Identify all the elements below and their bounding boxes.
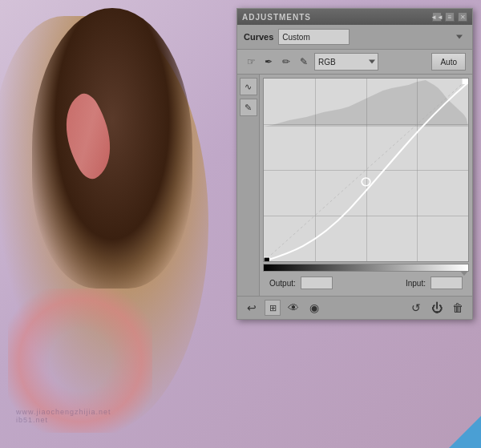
gradient-bar xyxy=(263,264,469,272)
gradient-white-point[interactable] xyxy=(460,271,468,276)
finger-tool[interactable]: ☞ xyxy=(244,54,258,69)
close-button[interactable]: ✕ xyxy=(458,12,467,22)
auto-button[interactable]: Auto xyxy=(431,53,466,71)
collapse-button[interactable]: ◄◄ xyxy=(432,12,442,22)
titlebar-controls: ◄◄ ≡ ✕ xyxy=(432,12,467,22)
output-input-row: Output: Input: xyxy=(263,273,469,293)
channel-select[interactable]: RGB Red Green Blue xyxy=(314,53,378,71)
preset-select[interactable]: Custom Default Strong Contrast Increase … xyxy=(278,29,350,45)
input-label: Input: xyxy=(406,279,426,288)
output-value-field[interactable] xyxy=(301,276,333,289)
eyedropper-black-tool[interactable]: ✒ xyxy=(261,54,276,69)
panel-titlebar: ADJUSTMENTS ◄◄ ≡ ✕ xyxy=(237,9,472,25)
reset-icon[interactable]: ↺ xyxy=(408,300,424,316)
panel-header: Curves Custom Default Strong Contrast In… xyxy=(237,25,472,50)
input-value-field[interactable] xyxy=(430,276,463,289)
channel-wrapper: RGB Red Green Blue xyxy=(314,53,378,71)
svg-rect-3 xyxy=(264,257,269,261)
preset-dropdown-arrow xyxy=(456,35,463,39)
delete-icon[interactable]: 🗑 xyxy=(450,300,466,316)
output-label: Output: xyxy=(269,279,296,288)
curves-area: Output: Input: xyxy=(260,75,472,296)
smooth-curve-tool[interactable]: ∿ xyxy=(240,78,257,95)
eyedropper-gray-tool[interactable]: ✏ xyxy=(279,54,293,69)
curves-graph[interactable] xyxy=(263,78,469,262)
hair-shape xyxy=(32,8,192,289)
adjustment-preset-icon[interactable]: ⊞ xyxy=(265,300,281,316)
adjustments-panel: ADJUSTMENTS ◄◄ ≡ ✕ Curves Custom Default… xyxy=(236,8,473,320)
svg-point-1 xyxy=(362,178,370,186)
panel-title: ADJUSTMENTS xyxy=(242,13,311,22)
corner-decoration xyxy=(449,416,481,448)
svg-line-0 xyxy=(264,79,468,261)
menu-button[interactable]: ≡ xyxy=(445,12,455,22)
history-back-icon[interactable]: ↩ xyxy=(244,300,260,316)
power-icon[interactable]: ⏻ xyxy=(429,300,445,316)
curves-label: Curves xyxy=(244,32,273,42)
watermark: www.jiaochengzhijia.net ib51.net xyxy=(16,408,111,424)
tools-row: ☞ ✒ ✏ ✎ RGB Red Green Blue Auto xyxy=(237,50,472,75)
bottom-toolbar: ↩ ⊞ 👁 ◉ ↺ ⏻ 🗑 xyxy=(237,296,472,319)
curves-svg xyxy=(264,79,468,261)
preview-icon[interactable]: ◉ xyxy=(306,300,322,316)
panel-body: ∿ ✎ xyxy=(237,75,472,296)
gradient-section xyxy=(263,262,469,273)
preset-wrapper: Custom Default Strong Contrast Increase … xyxy=(278,29,466,45)
eyedropper-white-tool[interactable]: ✎ xyxy=(297,54,311,69)
left-tools: ∿ ✎ xyxy=(237,75,260,296)
pencil-draw-tool[interactable]: ✎ xyxy=(240,99,257,116)
svg-rect-2 xyxy=(463,79,468,84)
eye-visibility-icon[interactable]: 👁 xyxy=(285,300,301,316)
